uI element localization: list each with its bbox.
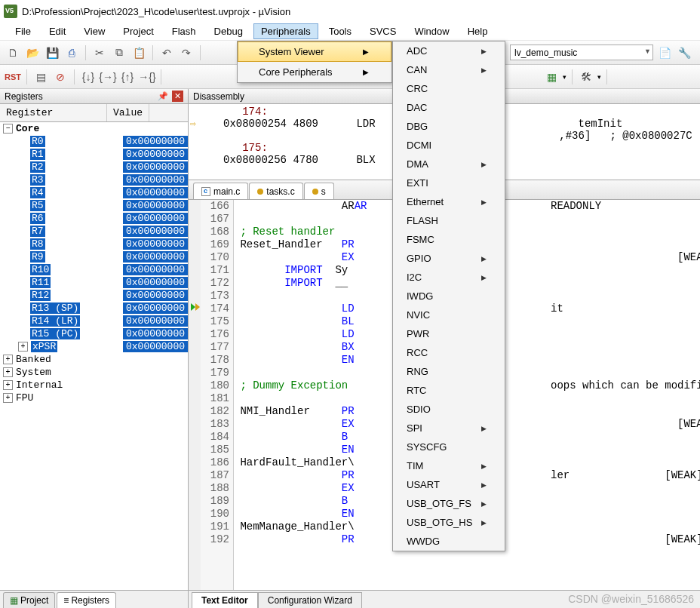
pin-icon[interactable]: 📌: [158, 91, 168, 101]
submenu-item-can[interactable]: CAN▶: [393, 60, 505, 79]
menu-item-core-peripherals[interactable]: Core Peripherals▶: [238, 62, 391, 82]
reg-r9[interactable]: R90x00000000: [0, 250, 188, 263]
reg-r5[interactable]: R50x00000000: [0, 199, 188, 212]
menu-file[interactable]: File: [8, 23, 38, 39]
run-to-icon[interactable]: →{}: [139, 69, 155, 85]
menu-window[interactable]: Window: [407, 23, 456, 39]
submenu-item-adc[interactable]: ADC▶: [393, 41, 505, 60]
menu-view[interactable]: View: [76, 23, 112, 39]
chevron-down-icon: ▼: [644, 48, 651, 55]
submenu-item-exti[interactable]: EXTI: [393, 173, 505, 192]
paste-icon[interactable]: 📋: [130, 45, 147, 61]
submenu-item-gpio[interactable]: GPIO▶: [393, 249, 505, 268]
reg-r11[interactable]: R110x00000000: [0, 276, 188, 289]
tab-s[interactable]: s: [304, 183, 334, 199]
copy-icon[interactable]: ⧉: [111, 45, 127, 61]
tab-registers[interactable]: ≡Registers: [57, 592, 116, 608]
submenu-item-flash[interactable]: FLASH: [393, 211, 505, 230]
step-out-icon[interactable]: {↑}: [119, 69, 136, 85]
redo-icon[interactable]: ↷: [178, 45, 195, 61]
wand-icon[interactable]: 🔧: [676, 45, 692, 61]
menu-edit[interactable]: Edit: [41, 23, 73, 39]
menu-project[interactable]: Project: [115, 23, 161, 39]
titlebar: D:\Profession\Project\2023_H\code\user\t…: [0, 0, 700, 23]
reg-xpsr[interactable]: +xPSR0x00000000: [0, 340, 188, 353]
submenu-item-tim[interactable]: TIM▶: [393, 456, 505, 475]
submenu-item-spi[interactable]: SPI▶: [393, 419, 505, 438]
modified-icon: [257, 189, 263, 195]
reg-r1[interactable]: R10x00000000: [0, 148, 188, 161]
tree-core[interactable]: −Core: [0, 122, 188, 135]
step-in-icon[interactable]: {↓}: [80, 69, 97, 85]
submenu-item-i2c[interactable]: I2C▶: [393, 268, 505, 287]
reg-r7[interactable]: R70x00000000: [0, 225, 188, 238]
submenu-item-rng[interactable]: RNG: [393, 362, 505, 381]
tools-icon[interactable]: 🛠: [578, 69, 594, 85]
submenu-item-dbg[interactable]: DBG: [393, 117, 505, 136]
reg-r4[interactable]: R40x00000000: [0, 186, 188, 199]
stop-icon[interactable]: ⊘: [52, 69, 69, 85]
reg-r14lr[interactable]: R14 (LR)0x00000000: [0, 315, 188, 327]
submenu-item-sdio[interactable]: SDIO: [393, 400, 505, 419]
submenu-item-dcmi[interactable]: DCMI: [393, 136, 505, 155]
registers-tree[interactable]: −CoreR00x00000000R10x00000000R20x0000000…: [0, 122, 188, 590]
menu-item-system-viewer[interactable]: System Viewer▶: [238, 41, 391, 62]
submenu-item-rcc[interactable]: RCC: [393, 343, 505, 362]
tab-tasks-c[interactable]: tasks.c: [249, 183, 302, 199]
reset-icon[interactable]: RST: [5, 69, 21, 85]
submenu-item-pwr[interactable]: PWR: [393, 324, 505, 343]
submenu-item-ethernet[interactable]: Ethernet▶: [393, 192, 505, 211]
tab-project[interactable]: ▦Project: [3, 592, 55, 608]
menu-svcs[interactable]: SVCS: [362, 23, 404, 39]
tab-config-wizard[interactable]: Configuration Wizard: [258, 592, 362, 608]
submenu-item-dma[interactable]: DMA▶: [393, 155, 505, 173]
open-icon[interactable]: 📂: [24, 45, 41, 61]
menubar: FileEditViewProjectFlashDebugPeripherals…: [0, 23, 700, 41]
menu-flash[interactable]: Flash: [164, 23, 204, 39]
reg-r12[interactable]: R120x00000000: [0, 289, 188, 302]
save-all-icon[interactable]: ⎙: [63, 45, 80, 61]
tree-banked[interactable]: +Banked: [0, 353, 188, 366]
submenu-item-nvic[interactable]: NVIC: [393, 306, 505, 324]
menu-debug[interactable]: Debug: [207, 23, 250, 39]
tab-main-c[interactable]: main.c: [193, 183, 248, 199]
close-panel-icon[interactable]: ✕: [172, 91, 183, 102]
peripherals-menu[interactable]: System Viewer▶Core Peripherals▶: [237, 41, 392, 83]
new-file-icon[interactable]: 🗋: [5, 45, 21, 61]
submenu-item-wwdg[interactable]: WWDG: [393, 532, 505, 551]
svg-marker-1: [195, 303, 200, 311]
reg-r3[interactable]: R30x00000000: [0, 173, 188, 186]
window1-icon[interactable]: ▦: [543, 69, 560, 85]
reg-r13sp[interactable]: R13 (SP)0x00000000: [0, 302, 188, 315]
step-over-icon[interactable]: {→}: [100, 69, 116, 85]
menu-tools[interactable]: Tools: [321, 23, 359, 39]
reg-r2[interactable]: R20x00000000: [0, 161, 188, 173]
tree-internal[interactable]: +Internal: [0, 379, 188, 392]
submenu-item-usb-otg-hs[interactable]: USB_OTG_HS▶: [393, 513, 505, 532]
run-icon[interactable]: ▤: [32, 69, 49, 85]
reg-r8[interactable]: R80x00000000: [0, 238, 188, 250]
system-viewer-submenu[interactable]: ADC▶CAN▶CRCDACDBGDCMIDMA▶EXTIEthernet▶FL…: [392, 41, 505, 551]
submenu-item-iwdg[interactable]: IWDG: [393, 287, 505, 306]
submenu-item-dac[interactable]: DAC: [393, 98, 505, 117]
save-icon[interactable]: 💾: [44, 45, 60, 61]
submenu-item-rtc[interactable]: RTC: [393, 381, 505, 400]
options-icon[interactable]: 📄: [656, 45, 673, 61]
reg-r10[interactable]: R100x00000000: [0, 263, 188, 276]
undo-icon[interactable]: ↶: [158, 45, 175, 61]
submenu-item-crc[interactable]: CRC: [393, 79, 505, 98]
menu-peripherals[interactable]: Peripherals: [253, 23, 318, 39]
tree-system[interactable]: +System: [0, 366, 188, 379]
reg-r0[interactable]: R00x00000000: [0, 135, 188, 148]
cut-icon[interactable]: ✂: [91, 45, 108, 61]
submenu-item-fsmc[interactable]: FSMC: [393, 230, 505, 249]
submenu-item-syscfg[interactable]: SYSCFG: [393, 438, 505, 456]
reg-r6[interactable]: R60x00000000: [0, 212, 188, 225]
submenu-item-usb-otg-fs[interactable]: USB_OTG_FS▶: [393, 494, 505, 513]
submenu-item-usart[interactable]: USART▶: [393, 475, 505, 494]
menu-help[interactable]: Help: [460, 23, 496, 39]
tree-fpu[interactable]: +FPU: [0, 392, 188, 404]
target-dropdown[interactable]: lv_demo_music ▼: [510, 45, 653, 60]
tab-text-editor[interactable]: Text Editor: [192, 592, 258, 608]
reg-r15pc[interactable]: R15 (PC)0x00000000: [0, 327, 188, 340]
